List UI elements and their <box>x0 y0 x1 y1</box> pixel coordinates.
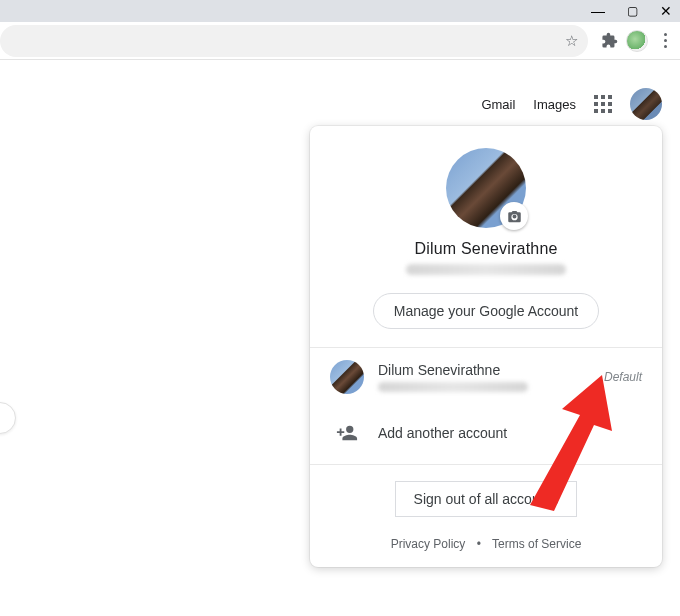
google-apps-icon[interactable] <box>594 95 612 113</box>
avatar-image-small <box>330 360 364 394</box>
default-account-badge: Default <box>604 370 642 384</box>
account-avatar[interactable] <box>630 88 662 120</box>
privacy-policy-link[interactable]: Privacy Policy <box>391 537 466 551</box>
manage-account-button[interactable]: Manage your Google Account <box>373 293 599 329</box>
extensions-icon[interactable] <box>600 32 618 50</box>
browser-profile-icon[interactable] <box>626 30 648 52</box>
person-add-icon <box>330 422 364 444</box>
nav-link-gmail[interactable]: Gmail <box>481 97 515 112</box>
page-content: Gmail Images Dilum Senevirathne Manage y… <box>0 60 680 616</box>
browser-toolbar: ☆ <box>0 22 680 60</box>
profile-photo <box>446 148 526 228</box>
nav-link-images[interactable]: Images <box>533 97 576 112</box>
minimize-icon[interactable]: — <box>591 3 605 19</box>
bookmark-star-icon[interactable]: ☆ <box>565 32 578 50</box>
window-titlebar: — ▢ ✕ <box>0 0 680 22</box>
address-bar[interactable]: ☆ <box>0 25 588 57</box>
account-display-name: Dilum Senevirathne <box>330 240 642 258</box>
maximize-icon[interactable]: ▢ <box>627 4 638 18</box>
sign-out-button[interactable]: Sign out of all accounts <box>395 481 578 517</box>
add-account-button[interactable]: Add another account <box>310 406 662 460</box>
google-nav: Gmail Images <box>481 88 662 120</box>
account-email <box>406 264 566 275</box>
card-footer: Privacy Policy • Terms of Service <box>310 531 662 561</box>
close-icon[interactable]: ✕ <box>660 3 672 19</box>
account-item-name: Dilum Senevirathne <box>378 362 590 378</box>
side-action-bubble[interactable] <box>0 402 16 434</box>
account-list-item[interactable]: Dilum Senevirathne Default <box>310 348 662 406</box>
terms-link[interactable]: Terms of Service <box>492 537 581 551</box>
change-photo-button[interactable] <box>500 202 528 230</box>
account-switcher-card: Dilum Senevirathne Manage your Google Ac… <box>310 126 662 567</box>
camera-icon <box>507 209 522 224</box>
browser-menu-icon[interactable] <box>656 33 674 48</box>
account-item-email <box>378 382 528 392</box>
add-account-label: Add another account <box>378 425 507 441</box>
footer-separator: • <box>477 537 481 551</box>
